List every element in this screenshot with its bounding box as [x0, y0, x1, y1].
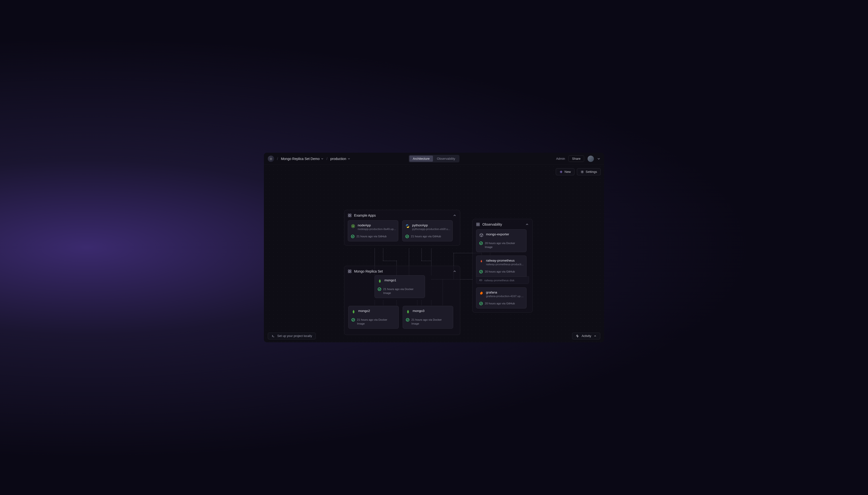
status-text: 21 hours ago via Docker Image — [411, 318, 450, 326]
group-header: Observability — [476, 222, 529, 226]
group-title: Example Apps — [354, 214, 376, 217]
service-url: railway-prometheus-producti... — [486, 263, 524, 266]
group-example-apps[interactable]: Example Apps nodeApp nodeapp-production-… — [344, 210, 460, 245]
prometheus-icon — [479, 259, 483, 263]
connection-line — [383, 249, 384, 261]
group-title: Observability — [482, 222, 502, 226]
service-card-mongo-exporter[interactable]: mongo-exporter 20 hours ago via Docker I… — [476, 229, 527, 252]
status-text: 21 hours ago via GitHub — [356, 234, 387, 238]
chevron-up-icon[interactable] — [453, 214, 457, 217]
svg-rect-8 — [350, 270, 351, 271]
breadcrumb-env-label: production — [330, 157, 346, 161]
group-observability[interactable]: Observability mongo-exporter 20 hours ag… — [473, 219, 533, 313]
svg-rect-10 — [350, 272, 351, 273]
service-with-disk: railway-prometheus railway-prometheus-pr… — [476, 256, 529, 284]
gear-icon — [581, 170, 584, 174]
service-url: grafana-production-42d7.up.... — [486, 295, 524, 297]
service-name: railway-prometheus — [486, 259, 524, 262]
group-title: Mongo Replica Set — [354, 269, 383, 273]
chevron-up-icon[interactable] — [525, 222, 529, 226]
service-name: mongo2 — [358, 309, 370, 313]
check-circle-icon — [378, 287, 381, 291]
group-icon — [348, 214, 352, 217]
check-circle-icon — [351, 318, 355, 322]
settings-label: Settings — [586, 170, 597, 174]
settings-button[interactable]: Settings — [577, 168, 601, 175]
setup-label: Set up your project locally — [277, 334, 312, 338]
svg-point-0 — [582, 171, 583, 172]
breadcrumb-project-label: Mongo Replica Set Demo — [281, 157, 320, 161]
logo-icon[interactable]: ◎ — [268, 156, 274, 162]
service-card-pythonapp[interactable]: pythonApp pythonapp-production-eb0f.u...… — [402, 220, 453, 241]
new-button[interactable]: New — [556, 168, 574, 175]
mongodb-icon — [351, 309, 356, 314]
service-name: pythonApp — [412, 223, 450, 227]
share-button[interactable]: Share — [568, 155, 584, 162]
tab-observability[interactable]: Observability — [433, 156, 459, 162]
svg-rect-14 — [477, 223, 478, 224]
svg-rect-9 — [348, 272, 350, 273]
breadcrumb-project[interactable]: Mongo Replica Set Demo — [281, 157, 324, 161]
activity-button[interactable]: Activity — [572, 332, 600, 339]
check-circle-icon — [479, 270, 483, 274]
admin-link[interactable]: Admin — [556, 157, 565, 160]
chevron-up-icon — [594, 335, 597, 338]
plus-icon — [560, 170, 563, 174]
new-label: New — [565, 170, 571, 174]
mongodb-icon — [378, 279, 382, 283]
chevron-down-icon[interactable] — [597, 157, 600, 160]
nodejs-icon — [351, 224, 355, 228]
group-mongo-replica-set[interactable]: Mongo Replica Set mongo1 21 hours ago vi… — [344, 266, 460, 335]
svg-rect-1 — [348, 214, 350, 215]
disk-volume[interactable]: railway-prometheus disk — [476, 276, 529, 284]
svg-rect-15 — [478, 223, 479, 224]
group-icon — [476, 222, 480, 226]
canvas-toolbar: New Settings — [556, 168, 601, 175]
status-text: 21 hours ago via GitHub — [411, 234, 441, 238]
topbar-right: Admin Share — [556, 155, 600, 162]
terminal-icon — [271, 334, 275, 338]
status-text: 21 hours ago via Docker Image — [357, 318, 395, 326]
svg-rect-17 — [478, 225, 479, 226]
svg-rect-4 — [350, 216, 351, 217]
svg-point-21 — [480, 280, 480, 280]
canvas[interactable]: New Settings Exa — [264, 165, 604, 342]
service-card-mongo2[interactable]: mongo2 21 hours ago via Docker Image — [348, 306, 399, 329]
cube-icon — [479, 233, 483, 237]
svg-rect-2 — [350, 214, 351, 215]
disk-icon — [479, 279, 482, 282]
group-header: Mongo Replica Set — [348, 269, 457, 273]
breadcrumb-separator: / — [277, 157, 278, 161]
connection-line — [421, 249, 422, 261]
service-card-mongo3[interactable]: mongo3 21 hours ago via Docker Image — [403, 306, 453, 329]
service-name: mongo-exporter — [486, 233, 509, 236]
status-text: 21 hours ago via Docker Image — [383, 287, 422, 295]
check-circle-icon — [479, 302, 483, 305]
group-icon — [348, 269, 352, 273]
service-name: grafana — [486, 291, 524, 294]
service-card-nodeapp[interactable]: nodeApp nodeapp-production-8a49.up... 21… — [348, 220, 398, 241]
chevron-down-icon — [321, 157, 323, 160]
cards-row: nodeApp nodeapp-production-8a49.up... 21… — [348, 220, 457, 241]
activity-label: Activity — [582, 334, 591, 338]
python-icon — [405, 224, 410, 228]
setup-locally-button[interactable]: Set up your project locally — [268, 332, 316, 339]
check-circle-icon — [351, 235, 355, 238]
check-circle-icon — [479, 241, 483, 245]
svg-rect-7 — [348, 270, 350, 271]
service-card-grafana[interactable]: grafana grafana-production-42d7.up.... 2… — [476, 287, 527, 308]
check-circle-icon — [406, 318, 409, 322]
topbar: ◎ / Mongo Replica Set Demo / production … — [264, 153, 604, 165]
service-card-prometheus[interactable]: railway-prometheus railway-prometheus-pr… — [476, 256, 527, 277]
status-text: 20 hours ago via GitHub — [485, 270, 515, 274]
avatar[interactable] — [588, 156, 594, 162]
breadcrumb-environment[interactable]: production — [330, 157, 350, 161]
chevron-up-icon[interactable] — [453, 269, 457, 273]
service-card-mongo1[interactable]: mongo1 21 hours ago via Docker Image — [374, 275, 425, 298]
check-circle-icon — [405, 235, 409, 238]
connection-line — [421, 261, 431, 261]
tab-architecture[interactable]: Architecture — [409, 156, 433, 162]
service-name: mongo1 — [385, 278, 396, 282]
view-tabs: Architecture Observability — [409, 155, 460, 163]
app-frame: ◎ / Mongo Replica Set Demo / production … — [264, 153, 604, 342]
